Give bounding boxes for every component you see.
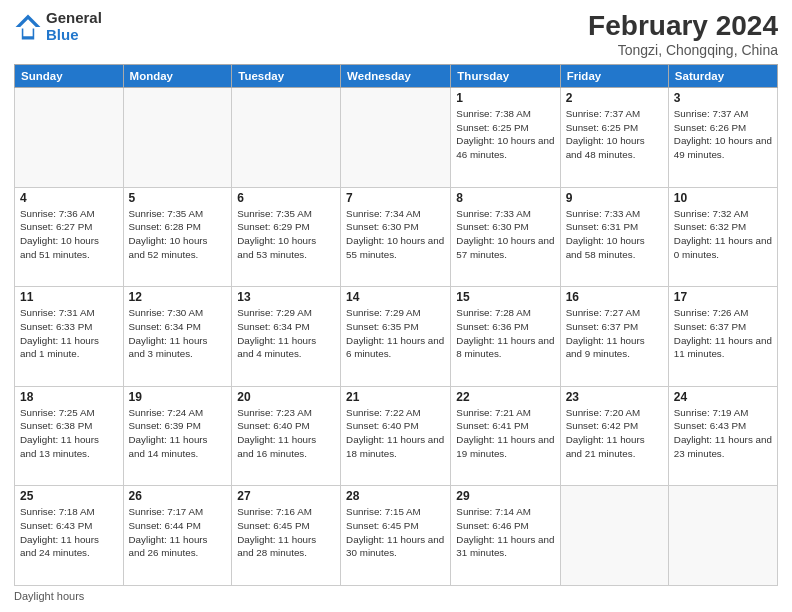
calendar-cell — [15, 88, 124, 188]
calendar-cell: 7Sunrise: 7:34 AM Sunset: 6:30 PM Daylig… — [341, 187, 451, 287]
day-number: 27 — [237, 489, 335, 503]
calendar: SundayMondayTuesdayWednesdayThursdayFrid… — [14, 64, 778, 586]
logo: General Blue — [14, 10, 102, 43]
calendar-cell: 19Sunrise: 7:24 AM Sunset: 6:39 PM Dayli… — [123, 386, 232, 486]
calendar-week-row: 1Sunrise: 7:38 AM Sunset: 6:25 PM Daylig… — [15, 88, 778, 188]
logo-general: General — [46, 10, 102, 27]
page: General Blue February 2024 Tongzi, Chong… — [0, 0, 792, 612]
calendar-body: 1Sunrise: 7:38 AM Sunset: 6:25 PM Daylig… — [15, 88, 778, 586]
day-info: Sunrise: 7:32 AM Sunset: 6:32 PM Dayligh… — [674, 207, 772, 262]
logo-icon — [14, 13, 42, 41]
calendar-week-row: 25Sunrise: 7:18 AM Sunset: 6:43 PM Dayli… — [15, 486, 778, 586]
calendar-cell: 11Sunrise: 7:31 AM Sunset: 6:33 PM Dayli… — [15, 287, 124, 387]
day-number: 22 — [456, 390, 554, 404]
calendar-cell: 8Sunrise: 7:33 AM Sunset: 6:30 PM Daylig… — [451, 187, 560, 287]
calendar-cell: 27Sunrise: 7:16 AM Sunset: 6:45 PM Dayli… — [232, 486, 341, 586]
calendar-cell: 26Sunrise: 7:17 AM Sunset: 6:44 PM Dayli… — [123, 486, 232, 586]
calendar-cell: 1Sunrise: 7:38 AM Sunset: 6:25 PM Daylig… — [451, 88, 560, 188]
day-info: Sunrise: 7:35 AM Sunset: 6:28 PM Dayligh… — [129, 207, 227, 262]
calendar-cell — [560, 486, 668, 586]
day-number: 25 — [20, 489, 118, 503]
day-number: 5 — [129, 191, 227, 205]
day-number: 29 — [456, 489, 554, 503]
day-info: Sunrise: 7:33 AM Sunset: 6:30 PM Dayligh… — [456, 207, 554, 262]
calendar-cell: 21Sunrise: 7:22 AM Sunset: 6:40 PM Dayli… — [341, 386, 451, 486]
day-info: Sunrise: 7:21 AM Sunset: 6:41 PM Dayligh… — [456, 406, 554, 461]
day-info: Sunrise: 7:30 AM Sunset: 6:34 PM Dayligh… — [129, 306, 227, 361]
logo-blue: Blue — [46, 27, 102, 44]
day-number: 24 — [674, 390, 772, 404]
sub-title: Tongzi, Chongqing, China — [588, 42, 778, 58]
day-number: 17 — [674, 290, 772, 304]
day-number: 28 — [346, 489, 445, 503]
calendar-cell: 16Sunrise: 7:27 AM Sunset: 6:37 PM Dayli… — [560, 287, 668, 387]
day-info: Sunrise: 7:25 AM Sunset: 6:38 PM Dayligh… — [20, 406, 118, 461]
day-info: Sunrise: 7:28 AM Sunset: 6:36 PM Dayligh… — [456, 306, 554, 361]
logo-text: General Blue — [46, 10, 102, 43]
calendar-cell: 4Sunrise: 7:36 AM Sunset: 6:27 PM Daylig… — [15, 187, 124, 287]
day-number: 18 — [20, 390, 118, 404]
day-info: Sunrise: 7:37 AM Sunset: 6:26 PM Dayligh… — [674, 107, 772, 162]
day-info: Sunrise: 7:29 AM Sunset: 6:35 PM Dayligh… — [346, 306, 445, 361]
day-number: 11 — [20, 290, 118, 304]
calendar-week-row: 18Sunrise: 7:25 AM Sunset: 6:38 PM Dayli… — [15, 386, 778, 486]
weekday-header: Monday — [123, 65, 232, 88]
calendar-cell — [341, 88, 451, 188]
day-info: Sunrise: 7:31 AM Sunset: 6:33 PM Dayligh… — [20, 306, 118, 361]
calendar-cell: 12Sunrise: 7:30 AM Sunset: 6:34 PM Dayli… — [123, 287, 232, 387]
header: General Blue February 2024 Tongzi, Chong… — [14, 10, 778, 58]
calendar-cell: 3Sunrise: 7:37 AM Sunset: 6:26 PM Daylig… — [668, 88, 777, 188]
day-info: Sunrise: 7:15 AM Sunset: 6:45 PM Dayligh… — [346, 505, 445, 560]
day-info: Sunrise: 7:24 AM Sunset: 6:39 PM Dayligh… — [129, 406, 227, 461]
calendar-cell: 22Sunrise: 7:21 AM Sunset: 6:41 PM Dayli… — [451, 386, 560, 486]
title-area: February 2024 Tongzi, Chongqing, China — [588, 10, 778, 58]
calendar-cell — [232, 88, 341, 188]
calendar-cell — [123, 88, 232, 188]
calendar-week-row: 4Sunrise: 7:36 AM Sunset: 6:27 PM Daylig… — [15, 187, 778, 287]
calendar-cell: 6Sunrise: 7:35 AM Sunset: 6:29 PM Daylig… — [232, 187, 341, 287]
day-info: Sunrise: 7:20 AM Sunset: 6:42 PM Dayligh… — [566, 406, 663, 461]
day-info: Sunrise: 7:29 AM Sunset: 6:34 PM Dayligh… — [237, 306, 335, 361]
calendar-cell: 10Sunrise: 7:32 AM Sunset: 6:32 PM Dayli… — [668, 187, 777, 287]
day-info: Sunrise: 7:22 AM Sunset: 6:40 PM Dayligh… — [346, 406, 445, 461]
calendar-cell: 2Sunrise: 7:37 AM Sunset: 6:25 PM Daylig… — [560, 88, 668, 188]
day-info: Sunrise: 7:17 AM Sunset: 6:44 PM Dayligh… — [129, 505, 227, 560]
day-info: Sunrise: 7:19 AM Sunset: 6:43 PM Dayligh… — [674, 406, 772, 461]
calendar-cell — [668, 486, 777, 586]
day-number: 14 — [346, 290, 445, 304]
main-title: February 2024 — [588, 10, 778, 42]
calendar-week-row: 11Sunrise: 7:31 AM Sunset: 6:33 PM Dayli… — [15, 287, 778, 387]
calendar-cell: 20Sunrise: 7:23 AM Sunset: 6:40 PM Dayli… — [232, 386, 341, 486]
day-number: 2 — [566, 91, 663, 105]
day-number: 20 — [237, 390, 335, 404]
daylight-label: Daylight hours — [14, 590, 84, 602]
calendar-cell: 9Sunrise: 7:33 AM Sunset: 6:31 PM Daylig… — [560, 187, 668, 287]
day-number: 10 — [674, 191, 772, 205]
day-number: 12 — [129, 290, 227, 304]
day-number: 6 — [237, 191, 335, 205]
day-info: Sunrise: 7:18 AM Sunset: 6:43 PM Dayligh… — [20, 505, 118, 560]
day-info: Sunrise: 7:14 AM Sunset: 6:46 PM Dayligh… — [456, 505, 554, 560]
day-info: Sunrise: 7:16 AM Sunset: 6:45 PM Dayligh… — [237, 505, 335, 560]
calendar-cell: 18Sunrise: 7:25 AM Sunset: 6:38 PM Dayli… — [15, 386, 124, 486]
calendar-cell: 29Sunrise: 7:14 AM Sunset: 6:46 PM Dayli… — [451, 486, 560, 586]
day-info: Sunrise: 7:35 AM Sunset: 6:29 PM Dayligh… — [237, 207, 335, 262]
day-number: 3 — [674, 91, 772, 105]
calendar-cell: 23Sunrise: 7:20 AM Sunset: 6:42 PM Dayli… — [560, 386, 668, 486]
day-number: 16 — [566, 290, 663, 304]
footer: Daylight hours — [14, 590, 778, 602]
calendar-cell: 28Sunrise: 7:15 AM Sunset: 6:45 PM Dayli… — [341, 486, 451, 586]
calendar-cell: 24Sunrise: 7:19 AM Sunset: 6:43 PM Dayli… — [668, 386, 777, 486]
weekday-header: Saturday — [668, 65, 777, 88]
day-info: Sunrise: 7:23 AM Sunset: 6:40 PM Dayligh… — [237, 406, 335, 461]
day-info: Sunrise: 7:26 AM Sunset: 6:37 PM Dayligh… — [674, 306, 772, 361]
day-info: Sunrise: 7:27 AM Sunset: 6:37 PM Dayligh… — [566, 306, 663, 361]
calendar-header: SundayMondayTuesdayWednesdayThursdayFrid… — [15, 65, 778, 88]
weekday-header: Wednesday — [341, 65, 451, 88]
weekday-header: Tuesday — [232, 65, 341, 88]
calendar-cell: 17Sunrise: 7:26 AM Sunset: 6:37 PM Dayli… — [668, 287, 777, 387]
day-info: Sunrise: 7:34 AM Sunset: 6:30 PM Dayligh… — [346, 207, 445, 262]
calendar-cell: 25Sunrise: 7:18 AM Sunset: 6:43 PM Dayli… — [15, 486, 124, 586]
day-info: Sunrise: 7:37 AM Sunset: 6:25 PM Dayligh… — [566, 107, 663, 162]
weekday-header: Sunday — [15, 65, 124, 88]
